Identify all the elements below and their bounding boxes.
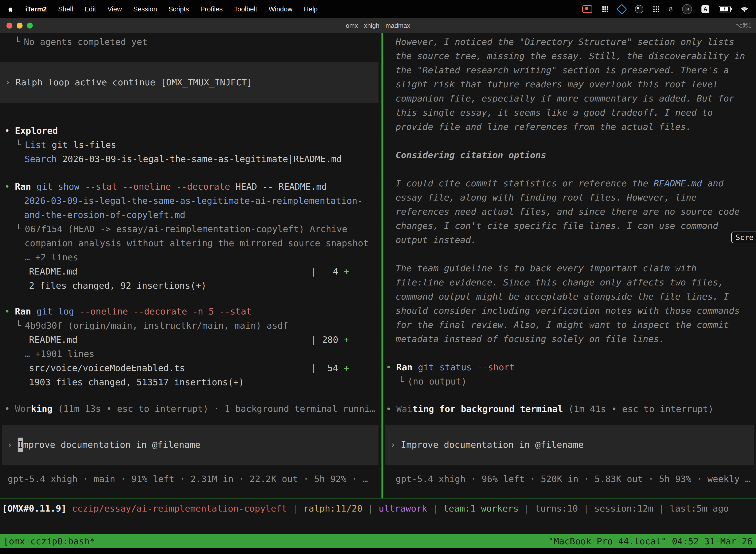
reasoning-heading: Considering citation options bbox=[396, 148, 756, 162]
search-action-arg: 2026-03-09-is-legal-the-same-as-legitima… bbox=[62, 152, 342, 166]
prompt-input-line[interactable]: ›Improve documentation in @filename bbox=[7, 438, 378, 452]
diffstat-count: 4 bbox=[316, 264, 338, 278]
bento-grid-icon[interactable] bbox=[602, 6, 609, 13]
no-output-text: (no output) bbox=[407, 374, 466, 388]
dots-grid-icon[interactable] bbox=[653, 6, 660, 13]
waiting-shimmer-bright: ting for background terminal bbox=[413, 402, 563, 416]
explored-search-line: Search2026-03-09-is-legal-the-same-as-le… bbox=[0, 152, 381, 166]
menu-item-iterm2[interactable]: iTerm2 bbox=[25, 5, 47, 13]
tmux-session-window: [omx-cczip0:bash* bbox=[3, 536, 95, 546]
battery-icon[interactable] bbox=[719, 6, 731, 12]
bullet-glyph: • bbox=[386, 402, 396, 416]
space bbox=[472, 360, 477, 374]
blue-app-icon[interactable] bbox=[616, 4, 627, 14]
tmux-host-clock: "MacBook-Pro-44.local" 04:52 31-Mar-26 bbox=[548, 536, 753, 546]
wifi-icon[interactable] bbox=[740, 6, 749, 13]
menu-bar-status-icons: 8 .61 A bbox=[582, 4, 749, 14]
diffstat-summary: 2 files changed, 92 insertions(+) bbox=[0, 278, 381, 293]
working-shimmer-bright: king bbox=[31, 402, 53, 416]
space bbox=[79, 179, 85, 193]
commit-summary: 067f154 (HEAD -> essay/ai-reimplementati… bbox=[25, 222, 347, 236]
input-source-icon[interactable]: A bbox=[701, 5, 709, 13]
git-command: git status bbox=[418, 360, 472, 374]
space bbox=[338, 361, 344, 375]
model-status-line: gpt-5.4 xhigh · main · 91% left · 2.31M … bbox=[8, 472, 368, 486]
diffstat-count: 54 bbox=[316, 361, 338, 375]
dark-app-icon[interactable] bbox=[635, 5, 643, 13]
no-agents-text: No agents completed yet bbox=[24, 35, 147, 49]
command-output-line: └(no output) bbox=[383, 374, 756, 388]
prompt-glyph: › bbox=[7, 438, 18, 452]
list-action-label: List bbox=[25, 138, 46, 152]
zoom-button[interactable] bbox=[27, 22, 33, 29]
space bbox=[338, 333, 344, 347]
waiting-details: (1m 41s • esc to interrupt) bbox=[563, 402, 713, 416]
space bbox=[338, 264, 344, 278]
tmux-status-bar: [omx-cczip0:bash* "MacBook-Pro-44.local"… bbox=[0, 534, 756, 548]
right-terminal-pane[interactable]: However, I noticed the "Directory Struct… bbox=[383, 33, 756, 498]
diffstat-row: README.md|280+ bbox=[0, 333, 381, 347]
apple-menu-icon[interactable] bbox=[7, 5, 14, 13]
diffstat-pipe: | bbox=[311, 361, 316, 375]
tree-glyph: └ bbox=[398, 374, 407, 388]
bullet-glyph: • bbox=[4, 179, 15, 193]
menu-item-window[interactable]: Window bbox=[269, 5, 293, 13]
menu-item-profiles[interactable]: Profiles bbox=[200, 5, 223, 13]
bullet-glyph: • bbox=[386, 360, 396, 374]
traffic-lights bbox=[6, 22, 33, 29]
menu-item-scripts[interactable]: Scripts bbox=[169, 5, 189, 13]
space bbox=[230, 179, 236, 193]
menu-item-toolbelt[interactable]: Toolbelt bbox=[234, 5, 257, 13]
menu-item-help[interactable]: Help bbox=[304, 5, 318, 13]
separator: | bbox=[433, 501, 438, 537]
omx-team: team:1 workers bbox=[443, 501, 519, 537]
diffstat-row: README.md|4+ bbox=[0, 264, 381, 278]
diffstat-plus: + bbox=[344, 361, 349, 375]
ran-git-status-header: •Rangit status--short bbox=[383, 360, 756, 374]
terminal-window: └No agents completed yet ›Ralph loop act… bbox=[0, 33, 756, 534]
waiting-shimmer-dim: Wai bbox=[396, 402, 413, 416]
menu-item-shell[interactable]: Shell bbox=[58, 5, 73, 13]
gauge-icon[interactable]: .61 bbox=[682, 4, 692, 14]
essay-filename-line-2: and-the-erosion-of-copyleft.md bbox=[0, 208, 381, 222]
diffstat-filename: src/voice/voiceModeEnabled.ts bbox=[29, 361, 311, 375]
ran-git-status-block: •Rangit status--short └(no output) bbox=[383, 360, 756, 388]
commit-summary: 4b9d30f (origin/main, instructkr/main, m… bbox=[25, 319, 288, 333]
menu-item-view[interactable]: View bbox=[107, 5, 122, 13]
more-lines-indicator: … +1901 lines bbox=[0, 347, 381, 361]
screen: { "colors": { "pane_border": "#2fae2f", … bbox=[0, 0, 756, 554]
omx-session: session:12m bbox=[594, 501, 653, 537]
omx-mode: ultrawork bbox=[379, 501, 427, 537]
menu-item-edit[interactable]: Edit bbox=[84, 5, 96, 13]
numeric-key-icon[interactable]: 8 bbox=[669, 5, 673, 13]
prompt-input-box[interactable]: ›Improve documentation in @filename bbox=[2, 425, 378, 465]
battery-fill bbox=[720, 7, 728, 11]
reasoning-paragraph-2: I could cite commit statistics or refere… bbox=[396, 176, 745, 247]
no-agents-line: └No agents completed yet bbox=[0, 35, 381, 49]
space bbox=[57, 152, 62, 166]
bullet-glyph: • bbox=[4, 304, 15, 319]
prompt-input-line[interactable]: ›Improve documentation in @filename bbox=[390, 438, 754, 452]
ran-git-show-header: •Rangit show--stat --oneline --decorateH… bbox=[0, 179, 381, 193]
menu-item-session[interactable]: Session bbox=[133, 5, 157, 13]
readme-file-link: README.md bbox=[653, 178, 702, 188]
reasoning-paragraph-3: The team guideline is to back every impo… bbox=[396, 261, 745, 346]
left-terminal-pane[interactable]: └No agents completed yet ›Ralph loop act… bbox=[0, 33, 381, 498]
diffstat-row: src/voice/voiceModeEnabled.ts|54+ bbox=[0, 361, 381, 375]
window-title-bar[interactable]: omx --xhigh --madmax ⌥⌘1 bbox=[0, 18, 756, 33]
prompt-input-box[interactable]: ›Improve documentation in @filename bbox=[385, 425, 754, 465]
input-text: Improve documentation in @filename bbox=[401, 438, 584, 452]
close-button[interactable] bbox=[6, 22, 12, 29]
input-text: mprove documentation in @filename bbox=[23, 438, 200, 452]
minimize-button[interactable] bbox=[17, 22, 22, 29]
explored-title: Explored bbox=[15, 124, 58, 138]
screen-recording-icon[interactable] bbox=[582, 5, 592, 13]
diffstat-pipe: | bbox=[311, 333, 316, 347]
diffstat-filename: README.md bbox=[29, 264, 311, 278]
ralph-loop-banner: ›Ralph loop active continue [OMX_TMUX_IN… bbox=[0, 62, 378, 103]
space bbox=[46, 138, 52, 152]
git-flags: --stat --oneline --decorate bbox=[85, 179, 230, 193]
space bbox=[74, 304, 80, 319]
text-cursor: I bbox=[18, 438, 23, 452]
separator: | bbox=[659, 501, 664, 537]
